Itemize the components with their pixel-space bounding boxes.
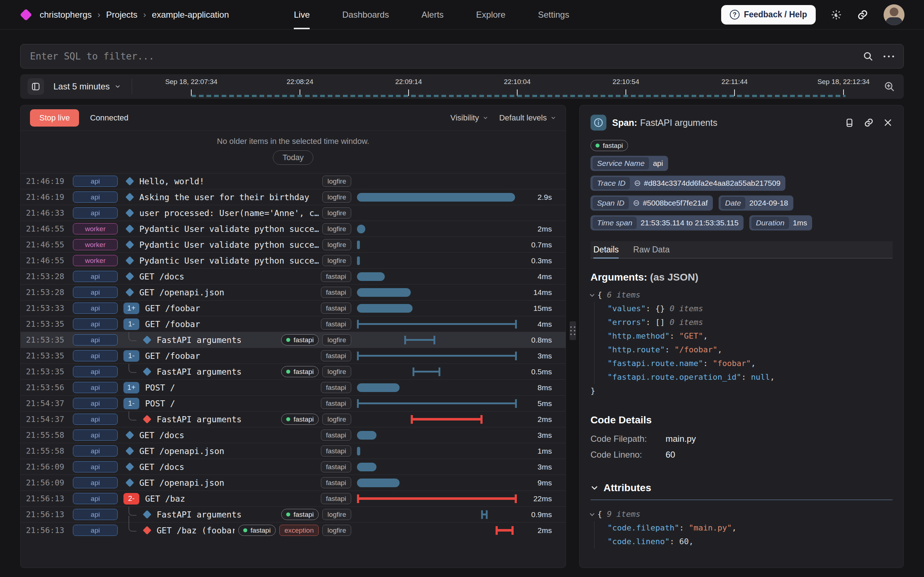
collapse-caret-icon[interactable] — [590, 511, 594, 516]
info-icon — [591, 115, 606, 131]
today-button[interactable]: Today — [273, 150, 313, 165]
question-circle-icon: ? — [730, 10, 740, 19]
duration-bar-track — [357, 443, 520, 459]
log-row[interactable]: 21:46:55workerPydantic User validate_pyt… — [21, 221, 565, 237]
row-tags: fastapi — [321, 398, 351, 409]
breadcrumb-item[interactable]: example-application — [152, 10, 229, 19]
panel-layout-icon[interactable] — [845, 118, 855, 128]
row-message: FastAPI arguments — [157, 335, 278, 345]
log-row[interactable]: 21:53:35api1-GET /foobarfastapi4ms — [21, 316, 565, 332]
log-row[interactable]: 21:53:35apiFastAPI argumentsfastapilogfi… — [21, 332, 565, 348]
row-message: FastAPI arguments — [157, 510, 278, 519]
sql-filter-bar — [20, 44, 904, 69]
duration-span-bar — [357, 399, 517, 408]
timeline-histogram — [191, 95, 846, 97]
span-metadata: Service NameapiTrace ID#d834c3374dd6fa2e… — [591, 156, 893, 230]
breadcrumb-item[interactable]: christophergs — [40, 10, 92, 19]
expand-badge[interactable]: 1- — [123, 318, 139, 330]
log-row[interactable]: 21:53:33api1+GET /foobarfastapi15ms — [21, 300, 565, 316]
log-row[interactable]: 21:55:58apiGET /docsfastapi3ms — [21, 427, 565, 443]
breadcrumb-separator: › — [143, 10, 146, 19]
log-row[interactable]: 21:54:37api1-POST /fastapi5ms — [21, 395, 565, 411]
nav-tab-explore[interactable]: Explore — [476, 0, 505, 29]
nav-tab-dashboards[interactable]: Dashboards — [342, 0, 389, 29]
share-link-icon[interactable] — [857, 9, 868, 21]
feedback-help-button[interactable]: ? Feedback / Help — [721, 5, 816, 24]
log-row[interactable]: 21:56:13apiFastAPI argumentsfastapilogfi… — [21, 506, 565, 522]
time-range-selector[interactable]: Last 5 minutes — [53, 82, 121, 92]
row-marker — [123, 269, 139, 284]
row-tags: fastapi — [321, 271, 351, 282]
row-tags: fastapi — [321, 350, 351, 361]
meta-label: Duration — [751, 217, 789, 229]
row-marker — [123, 507, 157, 522]
panel-divider — [566, 105, 579, 568]
row-marker: 1+ — [123, 300, 145, 316]
code-detail-value: main.py — [666, 431, 696, 447]
log-row[interactable]: 21:46:55workerPydantic User validate_pyt… — [21, 253, 565, 268]
duration-bar-track — [357, 174, 520, 189]
row-tags: fastapi — [321, 303, 351, 314]
logfire-logo-icon[interactable] — [20, 9, 32, 21]
duration-bar-track — [357, 237, 520, 253]
duration-bar-track — [357, 364, 520, 380]
metadata-row: Service Nameapi — [591, 156, 893, 171]
log-row[interactable]: 21:53:56api1+POST /fastapi8ms — [21, 379, 565, 395]
log-row[interactable]: 21:55:58apiGET /openapi.jsonfastapi1ms — [21, 443, 565, 459]
log-row[interactable]: 21:56:13api2-GET /bazfastapi22ms — [21, 490, 565, 506]
link-icon[interactable] — [634, 180, 641, 187]
close-icon[interactable] — [883, 118, 893, 127]
nav-tab-alerts[interactable]: Alerts — [422, 0, 444, 29]
log-row[interactable]: 21:53:28apiGET /docsfastapi4ms — [21, 268, 565, 284]
duration-bar-track — [357, 205, 520, 221]
log-row[interactable]: 21:46:33apiuser processed: User(name='An… — [21, 205, 565, 221]
theme-toggle-icon[interactable] — [831, 10, 842, 20]
log-row[interactable]: 21:53:35apiFastAPI argumentsfastapilogfi… — [21, 364, 565, 379]
filter-more-menu-icon[interactable] — [884, 56, 896, 57]
log-row[interactable]: 21:53:35api1-GET /foobarfastapi3ms — [21, 348, 565, 364]
attributes-heading[interactable]: Attributes — [591, 482, 893, 494]
log-row[interactable]: 21:46:19apiAsking the user for their bir… — [21, 189, 565, 205]
tree-elbow-icon — [129, 332, 136, 341]
default-levels-dropdown[interactable]: Default levels — [499, 113, 556, 122]
search-icon[interactable] — [863, 51, 874, 62]
row-marker — [123, 475, 139, 490]
stop-live-button[interactable]: Stop live — [30, 109, 79, 127]
row-timestamp: 21:56:13 — [26, 510, 73, 519]
nav-tab-settings[interactable]: Settings — [538, 0, 569, 29]
log-row[interactable]: 21:46:55workerPydantic User validate_pyt… — [21, 237, 565, 253]
log-row[interactable]: 21:56:09apiGET /docsfastapi3ms — [21, 459, 565, 475]
log-row[interactable]: 21:56:09apiGET /openapi.jsonfastapi9ms — [21, 475, 565, 490]
visibility-dropdown[interactable]: Visibility — [451, 113, 488, 122]
meta-pill-date: Date2024-09-18 — [719, 195, 793, 211]
expand-badge[interactable]: 1+ — [123, 303, 139, 314]
tab-raw-data[interactable]: Raw Data — [633, 241, 670, 258]
expand-badge[interactable]: 1- — [123, 398, 139, 409]
sidebar-toggle-icon[interactable] — [27, 78, 44, 95]
row-message: GET /docs — [139, 462, 317, 472]
sql-filter-input[interactable] — [30, 51, 863, 62]
log-row[interactable]: 21:46:19apiHello, world!logfire — [21, 173, 565, 189]
meta-pill-trace-id: Trace ID#d834c3374dd6fa2e4aa82a55ab21750… — [591, 176, 785, 191]
zoom-in-icon[interactable] — [884, 81, 895, 92]
breadcrumb-item[interactable]: Projects — [106, 10, 137, 19]
expand-badge[interactable]: 1+ — [123, 382, 139, 393]
tag-fastapi: fastapi — [321, 493, 351, 504]
duration-label: 2ms — [520, 526, 565, 535]
topbar: christophergs›Projects›example-applicati… — [0, 0, 924, 29]
copy-link-icon[interactable] — [864, 118, 874, 128]
log-row[interactable]: 21:53:28apiGET /openapi.jsonfastapi14ms — [21, 284, 565, 300]
row-marker — [123, 205, 139, 221]
row-timestamp: 21:46:55 — [26, 224, 73, 233]
log-row[interactable]: 21:56:13apiGET /baz (foobar)fastapiexcep… — [21, 522, 565, 538]
expand-badge[interactable]: 2- — [123, 493, 139, 504]
row-marker — [123, 459, 139, 475]
nav-tab-live[interactable]: Live — [294, 0, 310, 29]
user-avatar[interactable] — [884, 4, 905, 25]
collapse-caret-icon[interactable] — [590, 292, 594, 297]
log-row[interactable]: 21:54:37apiFastAPI argumentsfastapilogfi… — [21, 411, 565, 427]
link-icon[interactable] — [633, 200, 640, 206]
expand-badge[interactable]: 1- — [123, 350, 139, 362]
tab-details[interactable]: Details — [593, 241, 619, 258]
resize-grip[interactable] — [570, 321, 576, 340]
